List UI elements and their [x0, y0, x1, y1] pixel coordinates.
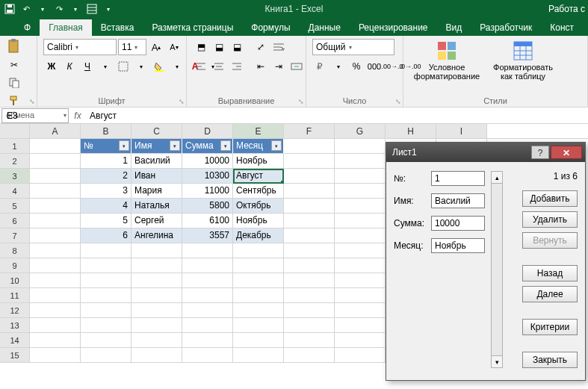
dialog-launcher-icon[interactable]: ⤡: [179, 98, 185, 105]
cell[interactable]: [182, 303, 233, 318]
row-header[interactable]: 8: [0, 243, 30, 258]
cell[interactable]: [335, 199, 386, 214]
accounting-dropdown[interactable]: ▾: [330, 58, 347, 75]
cell[interactable]: [335, 258, 386, 273]
cell[interactable]: [30, 199, 81, 214]
cell[interactable]: [335, 273, 386, 288]
number-format-combo[interactable]: Общий▾: [312, 39, 394, 55]
paste-button[interactable]: [6, 39, 22, 55]
fx-icon[interactable]: fx: [70, 111, 85, 121]
borders-dropdown[interactable]: ▾: [133, 58, 149, 75]
cell[interactable]: [284, 288, 335, 303]
row-header[interactable]: 6: [0, 214, 30, 228]
cut-button[interactable]: ✂: [6, 57, 22, 73]
align-bottom-button[interactable]: ⬓: [229, 39, 245, 55]
cell[interactable]: Сумма▾: [182, 139, 233, 154]
cell[interactable]: [284, 228, 335, 243]
close-form-button[interactable]: Закрыть: [522, 352, 578, 368]
row-header[interactable]: 11: [0, 288, 30, 303]
accounting-button[interactable]: ₽: [312, 58, 329, 75]
form-icon[interactable]: [85, 2, 99, 16]
fill-color-button[interactable]: [151, 58, 167, 75]
merge-button[interactable]: [288, 58, 305, 75]
cell[interactable]: [284, 318, 335, 333]
cell[interactable]: Ноябрь: [233, 214, 284, 228]
cell[interactable]: 3: [81, 184, 131, 199]
cell[interactable]: [30, 139, 81, 154]
tab-developer[interactable]: Разработчик: [471, 19, 541, 36]
percent-button[interactable]: %: [348, 58, 365, 75]
field-input-month[interactable]: [431, 238, 485, 253]
cell[interactable]: 5800: [182, 199, 233, 214]
orientation-button[interactable]: ⤢: [253, 39, 269, 55]
tab-formulas[interactable]: Формулы: [242, 19, 299, 36]
cell[interactable]: Месяц▾: [233, 139, 284, 154]
tab-insert[interactable]: Вставка: [92, 19, 143, 36]
dialog-launcher-icon[interactable]: ⤡: [29, 98, 35, 105]
cell[interactable]: [30, 258, 81, 273]
cell[interactable]: [81, 333, 131, 348]
cell[interactable]: [30, 318, 81, 333]
comma-button[interactable]: 000: [366, 58, 383, 75]
scroll-down-icon[interactable]: ▾: [492, 355, 502, 367]
cell[interactable]: [182, 333, 233, 348]
cell[interactable]: [233, 273, 284, 288]
column-header[interactable]: C: [131, 124, 182, 138]
filter-dropdown-icon[interactable]: ▾: [119, 140, 129, 151]
conditional-formatting-button[interactable]: Условное форматирование: [409, 39, 484, 82]
cell[interactable]: [30, 228, 81, 243]
cell[interactable]: 6: [81, 228, 131, 243]
cell[interactable]: [335, 139, 386, 154]
cell[interactable]: [30, 348, 81, 363]
filter-dropdown-icon[interactable]: ▾: [220, 140, 231, 151]
underline-button[interactable]: Ч: [79, 58, 96, 75]
next-button[interactable]: Далее: [522, 286, 578, 302]
add-button[interactable]: Добавить: [522, 190, 578, 207]
cell[interactable]: [30, 273, 81, 288]
wrap-text-button[interactable]: [270, 39, 287, 55]
cell[interactable]: [30, 288, 81, 303]
tab-view[interactable]: Вид: [437, 19, 471, 36]
cell[interactable]: [284, 169, 335, 184]
cell[interactable]: [233, 348, 284, 363]
cell[interactable]: [335, 214, 386, 228]
cell[interactable]: [131, 333, 182, 348]
align-right-button[interactable]: [229, 58, 245, 75]
cell[interactable]: Имя▾: [131, 139, 182, 154]
field-input-name[interactable]: [431, 193, 485, 208]
cell[interactable]: [335, 288, 386, 303]
cell[interactable]: 10000: [182, 154, 233, 169]
cell[interactable]: 11000: [182, 184, 233, 199]
close-button[interactable]: ✕: [551, 146, 582, 159]
cell[interactable]: 5: [81, 214, 131, 228]
cell[interactable]: [182, 258, 233, 273]
cell[interactable]: [335, 169, 386, 184]
cell[interactable]: 2: [81, 169, 131, 184]
decrease-font-button[interactable]: A▾: [166, 39, 182, 55]
cell[interactable]: [182, 318, 233, 333]
italic-button[interactable]: К: [61, 58, 78, 75]
align-left-button[interactable]: [193, 58, 209, 75]
cell[interactable]: [81, 243, 131, 258]
cell[interactable]: [284, 273, 335, 288]
cell[interactable]: Август: [233, 169, 284, 184]
cell[interactable]: [182, 273, 233, 288]
record-scrollbar[interactable]: ▴ ▾: [491, 171, 503, 368]
tab-data[interactable]: Данные: [300, 19, 350, 36]
cell[interactable]: [30, 184, 81, 199]
cell[interactable]: [335, 318, 386, 333]
cell[interactable]: [131, 288, 182, 303]
column-header[interactable]: H: [386, 124, 436, 138]
decrease-decimal-button[interactable]: .0→.00: [402, 58, 418, 75]
row-header[interactable]: 5: [0, 199, 30, 214]
cell[interactable]: Наталья: [131, 199, 182, 214]
row-header[interactable]: 2: [0, 154, 30, 169]
align-top-button[interactable]: ⬒: [193, 39, 209, 55]
align-middle-button[interactable]: ⬓: [211, 39, 227, 55]
cell[interactable]: [30, 243, 81, 258]
redo-icon[interactable]: ↷: [52, 2, 66, 16]
cell[interactable]: Василий: [131, 154, 182, 169]
cell[interactable]: [131, 273, 182, 288]
cell[interactable]: [30, 154, 81, 169]
cell[interactable]: [81, 273, 131, 288]
